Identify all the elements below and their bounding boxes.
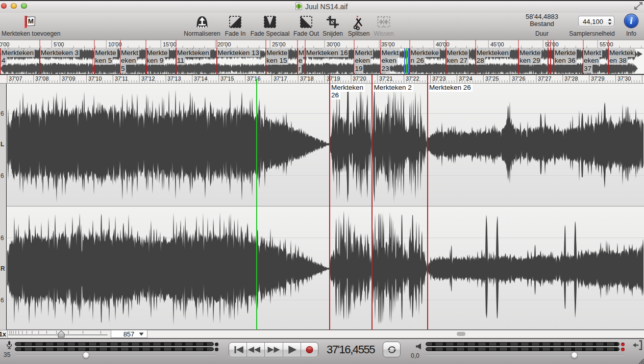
svg-text:37'10: 37'10 bbox=[88, 75, 102, 82]
svg-text:37'21: 37'21 bbox=[379, 75, 393, 82]
svg-text:M: M bbox=[28, 17, 34, 25]
svg-text:0'00: 0'00 bbox=[0, 41, 9, 47]
svg-text:45'00: 45'00 bbox=[490, 41, 504, 47]
svg-text:37'24: 37'24 bbox=[459, 75, 473, 82]
svg-text:37'09: 37'09 bbox=[62, 75, 76, 82]
svg-text:37'16: 37'16 bbox=[247, 75, 261, 82]
svg-text:50'00: 50'00 bbox=[545, 41, 559, 47]
svg-text:37'28: 37'28 bbox=[564, 75, 578, 82]
svg-text:40'00: 40'00 bbox=[436, 41, 450, 47]
svg-text:55'00: 55'00 bbox=[600, 41, 613, 47]
svg-text:37'13: 37'13 bbox=[167, 75, 181, 82]
svg-text:37'29: 37'29 bbox=[591, 75, 605, 82]
svg-text:37'20: 37'20 bbox=[353, 75, 366, 82]
svg-text:37'08: 37'08 bbox=[35, 75, 49, 82]
svg-text:37'15: 37'15 bbox=[220, 75, 234, 82]
svg-text:37'18: 37'18 bbox=[300, 75, 314, 82]
svg-text:37'11: 37'11 bbox=[115, 75, 128, 82]
svg-text:30'00: 30'00 bbox=[327, 41, 340, 47]
svg-text:25'00: 25'00 bbox=[272, 41, 286, 47]
svg-text:37'23: 37'23 bbox=[432, 75, 446, 82]
svg-text:37'25: 37'25 bbox=[485, 75, 499, 82]
svg-text:37'07: 37'07 bbox=[9, 75, 22, 82]
svg-text:37'26: 37'26 bbox=[512, 75, 526, 82]
svg-text:20'00: 20'00 bbox=[217, 41, 231, 47]
svg-text:37'14: 37'14 bbox=[194, 75, 208, 82]
svg-text:15'00: 15'00 bbox=[163, 41, 177, 47]
svg-text:37'22: 37'22 bbox=[406, 75, 419, 82]
svg-text:5'00: 5'00 bbox=[54, 41, 64, 47]
svg-text:37'17: 37'17 bbox=[274, 75, 287, 82]
svg-text:37'30: 37'30 bbox=[617, 75, 631, 82]
svg-text:35'00: 35'00 bbox=[381, 41, 395, 47]
svg-text:37'12: 37'12 bbox=[141, 75, 155, 82]
svg-text:37'27: 37'27 bbox=[538, 75, 552, 82]
